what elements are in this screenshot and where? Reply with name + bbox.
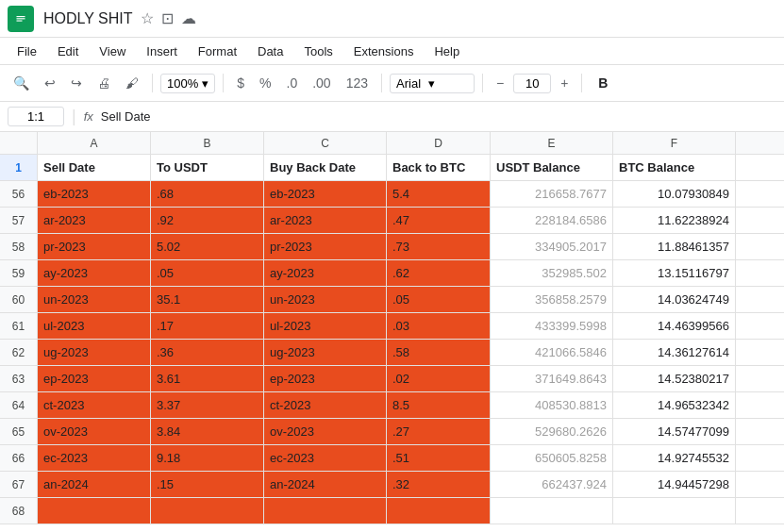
cell-65d[interactable]: .27 bbox=[387, 419, 491, 444]
bold-button[interactable]: B bbox=[590, 70, 616, 96]
percent-button[interactable]: % bbox=[254, 72, 276, 94]
cell-60d[interactable]: .05 bbox=[387, 287, 491, 312]
format-num-button[interactable]: 123 bbox=[341, 72, 374, 94]
cell-56f[interactable]: 10.07930849 bbox=[613, 181, 736, 207]
undo-button[interactable]: ↩ bbox=[39, 72, 61, 94]
font-selector[interactable]: Arial ▾ bbox=[390, 74, 475, 93]
cell-65b[interactable]: 3.84 bbox=[151, 419, 264, 444]
cell-60b[interactable]: 35.1 bbox=[151, 287, 264, 312]
cell-64f[interactable]: 14.96532342 bbox=[613, 392, 736, 418]
font-size-input[interactable]: 10 bbox=[513, 74, 551, 93]
cell-64b[interactable]: 3.37 bbox=[151, 392, 264, 418]
cell-59f[interactable]: 13.15116797 bbox=[613, 260, 736, 286]
cell-56a[interactable]: eb-2023 bbox=[38, 181, 151, 207]
cell-57c[interactable]: ar-2023 bbox=[264, 208, 387, 233]
menu-tools[interactable]: Tools bbox=[294, 42, 342, 60]
menu-insert[interactable]: Insert bbox=[137, 42, 187, 60]
cell-60a[interactable]: un-2023 bbox=[38, 287, 151, 312]
cell-56d[interactable]: 5.4 bbox=[387, 181, 491, 207]
menu-help[interactable]: Help bbox=[425, 42, 469, 60]
cell-61e[interactable]: 433399.5998 bbox=[491, 313, 613, 339]
cell-66a[interactable]: ec-2023 bbox=[38, 445, 151, 471]
cell-64c[interactable]: ct-2023 bbox=[264, 392, 387, 418]
cell-reference[interactable]: 1:1 bbox=[8, 107, 64, 126]
cell-1d[interactable]: Back to BTC bbox=[387, 155, 491, 180]
cell-65a[interactable]: ov-2023 bbox=[38, 419, 151, 444]
print-button[interactable]: 🖨 bbox=[92, 72, 116, 94]
cell-67a[interactable]: an-2024 bbox=[38, 472, 151, 497]
redo-button[interactable]: ↪ bbox=[65, 72, 88, 94]
cell-61a[interactable]: ul-2023 bbox=[38, 313, 151, 339]
cell-68a[interactable] bbox=[38, 498, 151, 524]
cell-56c[interactable]: eb-2023 bbox=[264, 181, 387, 207]
cell-58a[interactable]: pr-2023 bbox=[38, 234, 151, 259]
cell-68f[interactable] bbox=[613, 498, 736, 524]
cell-61c[interactable]: ul-2023 bbox=[264, 313, 387, 339]
cell-61d[interactable]: .03 bbox=[387, 313, 491, 339]
cell-58c[interactable]: pr-2023 bbox=[264, 234, 387, 259]
cell-56e[interactable]: 216658.7677 bbox=[491, 181, 613, 207]
cell-62a[interactable]: ug-2023 bbox=[38, 340, 151, 365]
cell-66f[interactable]: 14.92745532 bbox=[613, 445, 736, 471]
cell-67e[interactable]: 662437.924 bbox=[491, 472, 613, 497]
decimal-dec-button[interactable]: .0 bbox=[281, 72, 304, 94]
cell-60e[interactable]: 356858.2579 bbox=[491, 287, 613, 312]
col-header-e[interactable]: E bbox=[491, 132, 613, 154]
cell-1c[interactable]: Buy Back Date bbox=[264, 155, 387, 180]
cell-66e[interactable]: 650605.8258 bbox=[491, 445, 613, 471]
cell-63b[interactable]: 3.61 bbox=[151, 366, 264, 391]
currency-button[interactable]: $ bbox=[231, 72, 250, 94]
menu-extensions[interactable]: Extensions bbox=[344, 42, 424, 60]
cell-57d[interactable]: .47 bbox=[387, 208, 491, 233]
cell-61b[interactable]: .17 bbox=[151, 313, 264, 339]
cloud-icon[interactable]: ☁ bbox=[181, 9, 196, 27]
cell-62d[interactable]: .58 bbox=[387, 340, 491, 365]
menu-view[interactable]: View bbox=[90, 42, 135, 60]
cell-59a[interactable]: ay-2023 bbox=[38, 260, 151, 286]
cell-57a[interactable]: ar-2023 bbox=[38, 208, 151, 233]
cell-63a[interactable]: ep-2023 bbox=[38, 366, 151, 391]
cell-1b[interactable]: To USDT bbox=[151, 155, 264, 180]
cell-62c[interactable]: ug-2023 bbox=[264, 340, 387, 365]
cell-64e[interactable]: 408530.8813 bbox=[491, 392, 613, 418]
menu-edit[interactable]: Edit bbox=[48, 42, 88, 60]
cell-66d[interactable]: .51 bbox=[387, 445, 491, 471]
font-size-increase[interactable]: + bbox=[555, 72, 574, 94]
cell-65c[interactable]: ov-2023 bbox=[264, 419, 387, 444]
cell-59b[interactable]: .05 bbox=[151, 260, 264, 286]
cell-64d[interactable]: 8.5 bbox=[387, 392, 491, 418]
cell-67c[interactable]: an-2024 bbox=[264, 472, 387, 497]
cell-67b[interactable]: .15 bbox=[151, 472, 264, 497]
folder-icon[interactable]: ⊡ bbox=[161, 9, 174, 27]
col-header-f[interactable]: F bbox=[613, 132, 736, 154]
star-icon[interactable]: ☆ bbox=[141, 9, 154, 27]
cell-62f[interactable]: 14.36127614 bbox=[613, 340, 736, 365]
search-button[interactable]: 🔍 bbox=[8, 72, 35, 94]
cell-1f[interactable]: BTC Balance bbox=[613, 155, 736, 180]
cell-63e[interactable]: 371649.8643 bbox=[491, 366, 613, 391]
cell-57f[interactable]: 11.62238924 bbox=[613, 208, 736, 233]
col-header-b[interactable]: B bbox=[151, 132, 264, 154]
menu-data[interactable]: Data bbox=[248, 42, 292, 60]
cell-66b[interactable]: 9.18 bbox=[151, 445, 264, 471]
cell-65f[interactable]: 14.57477099 bbox=[613, 419, 736, 444]
cell-67f[interactable]: 14.94457298 bbox=[613, 472, 736, 497]
cell-58d[interactable]: .73 bbox=[387, 234, 491, 259]
col-header-d[interactable]: D bbox=[387, 132, 491, 154]
cell-61f[interactable]: 14.46399566 bbox=[613, 313, 736, 339]
cell-63d[interactable]: .02 bbox=[387, 366, 491, 391]
zoom-selector[interactable]: 100% ▾ bbox=[160, 74, 215, 93]
cell-1e[interactable]: USDT Balance bbox=[491, 155, 613, 180]
decimal-inc-button[interactable]: .00 bbox=[307, 72, 336, 94]
cell-58b[interactable]: 5.02 bbox=[151, 234, 264, 259]
cell-67d[interactable]: .32 bbox=[387, 472, 491, 497]
cell-65e[interactable]: 529680.2626 bbox=[491, 419, 613, 444]
cell-60c[interactable]: un-2023 bbox=[264, 287, 387, 312]
col-header-a[interactable]: A bbox=[38, 132, 151, 154]
cell-63f[interactable]: 14.52380217 bbox=[613, 366, 736, 391]
cell-59e[interactable]: 352985.502 bbox=[491, 260, 613, 286]
cell-57b[interactable]: .92 bbox=[151, 208, 264, 233]
paint-format-button[interactable]: 🖌 bbox=[120, 72, 144, 94]
cell-59d[interactable]: .62 bbox=[387, 260, 491, 286]
cell-57e[interactable]: 228184.6586 bbox=[491, 208, 613, 233]
